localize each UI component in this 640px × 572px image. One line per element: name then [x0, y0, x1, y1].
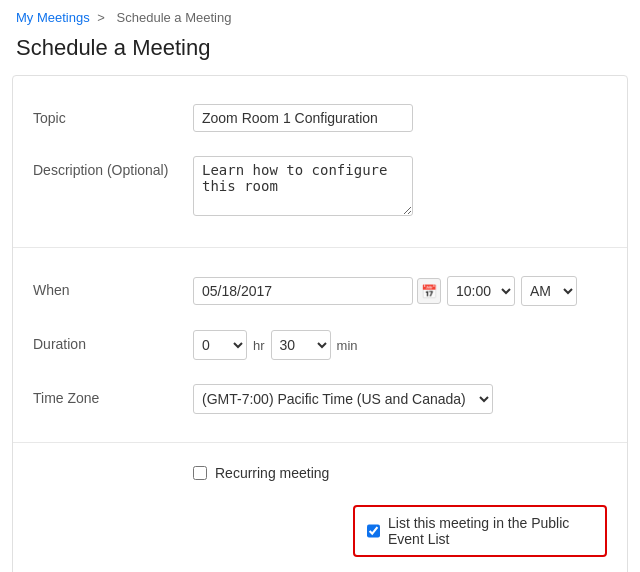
- when-label: When: [33, 276, 193, 298]
- description-textarea[interactable]: [193, 156, 413, 216]
- recurring-label: Recurring meeting: [215, 465, 329, 481]
- duration-control: 0 1 2 3 4 hr 00 15 30 45 min: [193, 330, 607, 360]
- timezone-label: Time Zone: [33, 384, 193, 406]
- recurring-row: Recurring meeting: [193, 457, 607, 489]
- ampm-select[interactable]: AM PM: [521, 276, 577, 306]
- duration-hr-select[interactable]: 0 1 2 3 4: [193, 330, 247, 360]
- topic-input[interactable]: [193, 104, 413, 132]
- topic-label: Topic: [33, 104, 193, 126]
- breadcrumb-current: Schedule a Meeting: [117, 10, 232, 25]
- public-event-label: List this meeting in the Public Event Li…: [388, 515, 593, 547]
- breadcrumb-parent-link[interactable]: My Meetings: [16, 10, 90, 25]
- date-input[interactable]: [193, 277, 413, 305]
- when-control: 📅 10:00 AM PM: [193, 276, 607, 306]
- calendar-icon[interactable]: 📅: [417, 278, 441, 304]
- topic-control: [193, 104, 607, 132]
- breadcrumb-separator: >: [97, 10, 105, 25]
- public-event-container: List this meeting in the Public Event Li…: [193, 497, 607, 561]
- description-label: Description (Optional): [33, 156, 193, 178]
- topic-row: Topic: [33, 92, 607, 144]
- public-event-box: List this meeting in the Public Event Li…: [353, 505, 607, 557]
- duration-row: Duration 0 1 2 3 4 hr 00 15 30 45 min: [33, 318, 607, 372]
- duration-min-select[interactable]: 00 15 30 45: [271, 330, 331, 360]
- description-control: [193, 156, 607, 219]
- topic-section: Topic Description (Optional): [13, 76, 627, 248]
- public-event-checkbox[interactable]: [367, 524, 380, 538]
- duration-label: Duration: [33, 330, 193, 352]
- hr-unit-label: hr: [253, 338, 265, 353]
- page-title: Schedule a Meeting: [0, 31, 640, 75]
- recurring-checkbox[interactable]: [193, 466, 207, 480]
- description-row: Description (Optional): [33, 144, 607, 231]
- min-unit-label: min: [337, 338, 358, 353]
- schedule-meeting-form: Topic Description (Optional) When 📅 10:0…: [12, 75, 628, 572]
- timezone-row: Time Zone (GMT-7:00) Pacific Time (US an…: [33, 372, 607, 426]
- options-section: Recurring meeting List this meeting in t…: [13, 443, 627, 572]
- timezone-select[interactable]: (GMT-7:00) Pacific Time (US and Canada) …: [193, 384, 493, 414]
- datetime-section: When 📅 10:00 AM PM Duration 0 1 2: [13, 248, 627, 443]
- timezone-control: (GMT-7:00) Pacific Time (US and Canada) …: [193, 384, 607, 414]
- when-row: When 📅 10:00 AM PM: [33, 264, 607, 318]
- time-select[interactable]: 10:00: [447, 276, 515, 306]
- breadcrumb: My Meetings > Schedule a Meeting: [0, 0, 640, 31]
